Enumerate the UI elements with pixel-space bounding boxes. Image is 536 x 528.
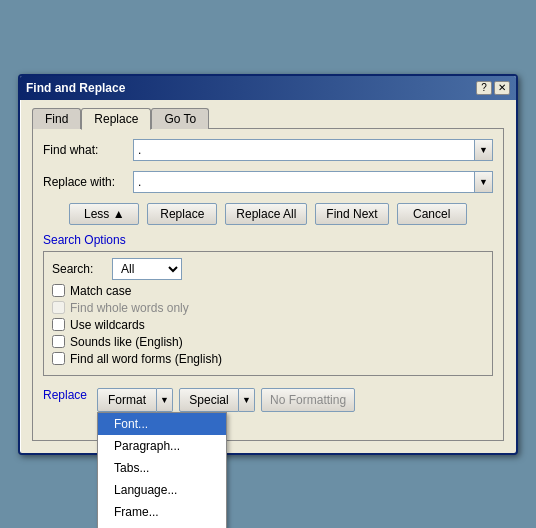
search-options-label[interactable]: Search Options — [43, 233, 493, 247]
format-row: Format ▼ Font... Parag — [97, 388, 355, 412]
help-button[interactable]: ? — [476, 81, 492, 95]
find-whole-words-label: Find whole words only — [70, 301, 189, 315]
replace-with-label: Replace with: — [43, 175, 133, 189]
tab-find[interactable]: Find — [32, 108, 81, 129]
format-split-btn: Format ▼ — [97, 388, 173, 412]
tabs-container: Find Replace Go To — [32, 108, 504, 129]
match-case-label: Match case — [70, 284, 131, 298]
tab-replace[interactable]: Replace — [81, 108, 151, 130]
sounds-like-checkbox[interactable] — [52, 335, 65, 348]
find-whole-words-row: Find whole words only — [52, 301, 484, 315]
special-arrow-button[interactable]: ▼ — [239, 388, 255, 412]
main-buttons-row: Less ▲ Replace Replace All Find Next Can… — [43, 203, 493, 225]
use-wildcards-checkbox[interactable] — [52, 318, 65, 331]
find-all-word-forms-label: Find all word forms (English) — [70, 352, 222, 366]
less-button[interactable]: Less ▲ — [69, 203, 139, 225]
special-main-button[interactable]: Special — [179, 388, 239, 412]
search-label: Search: — [52, 262, 112, 276]
find-all-word-forms-checkbox[interactable] — [52, 352, 65, 365]
use-wildcards-row: Use wildcards — [52, 318, 484, 332]
format-dropdown-menu: Font... Paragraph... Tabs... Language... — [97, 412, 227, 529]
find-all-word-forms-row: Find all word forms (English) — [52, 352, 484, 366]
close-button[interactable]: ✕ — [494, 81, 510, 95]
find-what-dropdown-arrow[interactable]: ▼ — [475, 139, 493, 161]
replace-with-input-container: ▼ — [133, 171, 493, 193]
dropdown-item-frame[interactable]: Frame... — [98, 501, 226, 523]
replace-with-row: Replace with: ▼ — [43, 171, 493, 193]
search-options-box: Search: All Up Down Match case — [43, 251, 493, 376]
find-next-button[interactable]: Find Next — [315, 203, 388, 225]
find-whole-words-checkbox — [52, 301, 65, 314]
replace-all-button[interactable]: Replace All — [225, 203, 307, 225]
find-what-label: Find what: — [43, 143, 133, 157]
dropdown-item-language[interactable]: Language... — [98, 479, 226, 501]
dialog-content: Find Replace Go To Find what: ▼ Replace … — [20, 100, 516, 453]
find-what-input[interactable] — [133, 139, 475, 161]
replace-button[interactable]: Replace — [147, 203, 217, 225]
special-split-btn: Special ▼ — [179, 388, 255, 412]
match-case-row: Match case — [52, 284, 484, 298]
cancel-button[interactable]: Cancel — [397, 203, 467, 225]
format-btn-container: Format ▼ Font... Parag — [97, 388, 173, 412]
format-main-button[interactable]: Format — [97, 388, 157, 412]
dropdown-item-tabs[interactable]: Tabs... — [98, 457, 226, 479]
no-formatting-button[interactable]: No Formatting — [261, 388, 355, 412]
sounds-like-row: Sounds like (English) — [52, 335, 484, 349]
replace-label[interactable]: Replace — [43, 388, 87, 402]
format-arrow-button[interactable]: ▼ — [157, 388, 173, 412]
tab-goto[interactable]: Go To — [151, 108, 209, 129]
match-case-checkbox[interactable] — [52, 284, 65, 297]
dropdown-item-font[interactable]: Font... — [98, 413, 226, 435]
replace-section: Replace Format ▼ — [43, 382, 493, 412]
use-wildcards-label: Use wildcards — [70, 318, 145, 332]
replace-with-dropdown-arrow[interactable]: ▼ — [475, 171, 493, 193]
sounds-like-label: Sounds like (English) — [70, 335, 183, 349]
title-bar-buttons: ? ✕ — [476, 81, 510, 95]
find-what-input-container: ▼ — [133, 139, 493, 161]
search-row: Search: All Up Down — [52, 258, 484, 280]
find-what-row: Find what: ▼ — [43, 139, 493, 161]
title-bar: Find and Replace ? ✕ — [20, 76, 516, 100]
dialog-title: Find and Replace — [26, 81, 125, 95]
replace-with-input[interactable] — [133, 171, 475, 193]
dropdown-item-style[interactable]: Style... — [98, 523, 226, 529]
dropdown-item-paragraph[interactable]: Paragraph... — [98, 435, 226, 457]
find-replace-dialog: Find and Replace ? ✕ Find Replace Go To … — [18, 74, 518, 455]
search-select-container: All Up Down — [112, 258, 182, 280]
search-select[interactable]: All Up Down — [112, 258, 182, 280]
